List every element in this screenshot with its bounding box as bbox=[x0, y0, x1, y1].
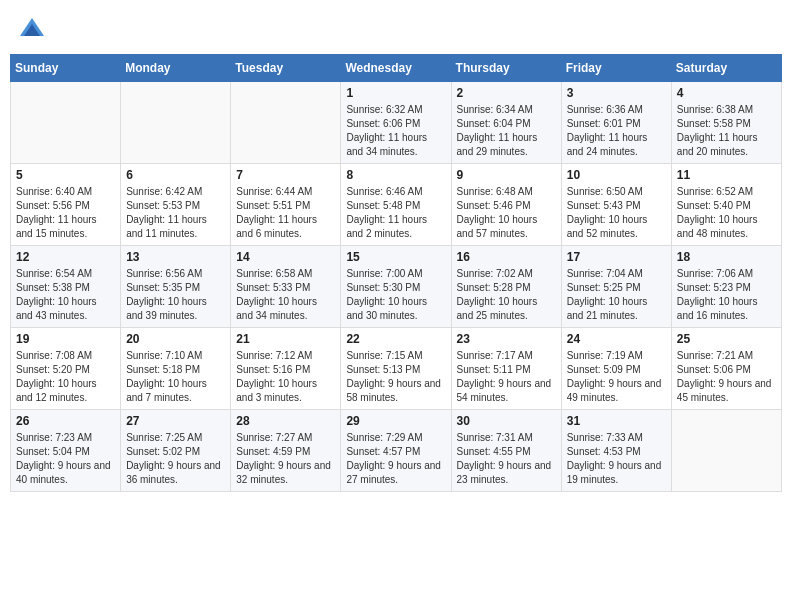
calendar-cell: 7Sunrise: 6:44 AM Sunset: 5:51 PM Daylig… bbox=[231, 164, 341, 246]
calendar-cell: 21Sunrise: 7:12 AM Sunset: 5:16 PM Dayli… bbox=[231, 328, 341, 410]
day-number: 26 bbox=[16, 414, 115, 428]
day-info: Sunrise: 6:42 AM Sunset: 5:53 PM Dayligh… bbox=[126, 185, 225, 241]
day-number: 20 bbox=[126, 332, 225, 346]
day-info: Sunrise: 7:15 AM Sunset: 5:13 PM Dayligh… bbox=[346, 349, 445, 405]
day-info: Sunrise: 6:58 AM Sunset: 5:33 PM Dayligh… bbox=[236, 267, 335, 323]
calendar-cell: 22Sunrise: 7:15 AM Sunset: 5:13 PM Dayli… bbox=[341, 328, 451, 410]
day-info: Sunrise: 7:19 AM Sunset: 5:09 PM Dayligh… bbox=[567, 349, 666, 405]
day-number: 17 bbox=[567, 250, 666, 264]
calendar-cell: 20Sunrise: 7:10 AM Sunset: 5:18 PM Dayli… bbox=[121, 328, 231, 410]
calendar-header: SundayMondayTuesdayWednesdayThursdayFrid… bbox=[11, 55, 782, 82]
day-info: Sunrise: 7:06 AM Sunset: 5:23 PM Dayligh… bbox=[677, 267, 776, 323]
day-number: 10 bbox=[567, 168, 666, 182]
calendar-cell: 2Sunrise: 6:34 AM Sunset: 6:04 PM Daylig… bbox=[451, 82, 561, 164]
day-number: 29 bbox=[346, 414, 445, 428]
week-row-3: 12Sunrise: 6:54 AM Sunset: 5:38 PM Dayli… bbox=[11, 246, 782, 328]
calendar-cell: 19Sunrise: 7:08 AM Sunset: 5:20 PM Dayli… bbox=[11, 328, 121, 410]
day-number: 18 bbox=[677, 250, 776, 264]
calendar-cell: 6Sunrise: 6:42 AM Sunset: 5:53 PM Daylig… bbox=[121, 164, 231, 246]
day-info: Sunrise: 6:38 AM Sunset: 5:58 PM Dayligh… bbox=[677, 103, 776, 159]
header-day-friday: Friday bbox=[561, 55, 671, 82]
day-info: Sunrise: 6:50 AM Sunset: 5:43 PM Dayligh… bbox=[567, 185, 666, 241]
calendar-cell: 16Sunrise: 7:02 AM Sunset: 5:28 PM Dayli… bbox=[451, 246, 561, 328]
calendar-cell: 5Sunrise: 6:40 AM Sunset: 5:56 PM Daylig… bbox=[11, 164, 121, 246]
day-number: 21 bbox=[236, 332, 335, 346]
day-info: Sunrise: 7:25 AM Sunset: 5:02 PM Dayligh… bbox=[126, 431, 225, 487]
day-number: 27 bbox=[126, 414, 225, 428]
calendar-cell: 13Sunrise: 6:56 AM Sunset: 5:35 PM Dayli… bbox=[121, 246, 231, 328]
day-number: 8 bbox=[346, 168, 445, 182]
calendar-cell: 31Sunrise: 7:33 AM Sunset: 4:53 PM Dayli… bbox=[561, 410, 671, 492]
day-number: 13 bbox=[126, 250, 225, 264]
week-row-1: 1Sunrise: 6:32 AM Sunset: 6:06 PM Daylig… bbox=[11, 82, 782, 164]
day-info: Sunrise: 7:12 AM Sunset: 5:16 PM Dayligh… bbox=[236, 349, 335, 405]
logo-icon bbox=[18, 14, 46, 42]
calendar-cell: 1Sunrise: 6:32 AM Sunset: 6:06 PM Daylig… bbox=[341, 82, 451, 164]
calendar-cell: 24Sunrise: 7:19 AM Sunset: 5:09 PM Dayli… bbox=[561, 328, 671, 410]
day-info: Sunrise: 7:23 AM Sunset: 5:04 PM Dayligh… bbox=[16, 431, 115, 487]
header-day-wednesday: Wednesday bbox=[341, 55, 451, 82]
header-row: SundayMondayTuesdayWednesdayThursdayFrid… bbox=[11, 55, 782, 82]
day-info: Sunrise: 7:10 AM Sunset: 5:18 PM Dayligh… bbox=[126, 349, 225, 405]
day-info: Sunrise: 7:02 AM Sunset: 5:28 PM Dayligh… bbox=[457, 267, 556, 323]
day-number: 4 bbox=[677, 86, 776, 100]
calendar-cell: 15Sunrise: 7:00 AM Sunset: 5:30 PM Dayli… bbox=[341, 246, 451, 328]
calendar-cell: 11Sunrise: 6:52 AM Sunset: 5:40 PM Dayli… bbox=[671, 164, 781, 246]
day-info: Sunrise: 7:21 AM Sunset: 5:06 PM Dayligh… bbox=[677, 349, 776, 405]
calendar-cell bbox=[121, 82, 231, 164]
week-row-4: 19Sunrise: 7:08 AM Sunset: 5:20 PM Dayli… bbox=[11, 328, 782, 410]
calendar-cell: 29Sunrise: 7:29 AM Sunset: 4:57 PM Dayli… bbox=[341, 410, 451, 492]
calendar-cell: 23Sunrise: 7:17 AM Sunset: 5:11 PM Dayli… bbox=[451, 328, 561, 410]
day-number: 25 bbox=[677, 332, 776, 346]
calendar-cell: 9Sunrise: 6:48 AM Sunset: 5:46 PM Daylig… bbox=[451, 164, 561, 246]
day-info: Sunrise: 7:31 AM Sunset: 4:55 PM Dayligh… bbox=[457, 431, 556, 487]
calendar-cell: 27Sunrise: 7:25 AM Sunset: 5:02 PM Dayli… bbox=[121, 410, 231, 492]
day-number: 24 bbox=[567, 332, 666, 346]
header-day-sunday: Sunday bbox=[11, 55, 121, 82]
day-info: Sunrise: 7:27 AM Sunset: 4:59 PM Dayligh… bbox=[236, 431, 335, 487]
day-info: Sunrise: 7:08 AM Sunset: 5:20 PM Dayligh… bbox=[16, 349, 115, 405]
day-info: Sunrise: 6:56 AM Sunset: 5:35 PM Dayligh… bbox=[126, 267, 225, 323]
day-number: 9 bbox=[457, 168, 556, 182]
day-info: Sunrise: 6:34 AM Sunset: 6:04 PM Dayligh… bbox=[457, 103, 556, 159]
day-number: 3 bbox=[567, 86, 666, 100]
calendar-cell: 25Sunrise: 7:21 AM Sunset: 5:06 PM Dayli… bbox=[671, 328, 781, 410]
day-info: Sunrise: 6:48 AM Sunset: 5:46 PM Dayligh… bbox=[457, 185, 556, 241]
calendar-cell bbox=[11, 82, 121, 164]
header-day-saturday: Saturday bbox=[671, 55, 781, 82]
day-info: Sunrise: 6:54 AM Sunset: 5:38 PM Dayligh… bbox=[16, 267, 115, 323]
calendar-cell: 18Sunrise: 7:06 AM Sunset: 5:23 PM Dayli… bbox=[671, 246, 781, 328]
calendar-cell: 26Sunrise: 7:23 AM Sunset: 5:04 PM Dayli… bbox=[11, 410, 121, 492]
day-info: Sunrise: 7:33 AM Sunset: 4:53 PM Dayligh… bbox=[567, 431, 666, 487]
day-info: Sunrise: 6:32 AM Sunset: 6:06 PM Dayligh… bbox=[346, 103, 445, 159]
day-number: 14 bbox=[236, 250, 335, 264]
logo bbox=[18, 14, 50, 42]
day-number: 2 bbox=[457, 86, 556, 100]
day-info: Sunrise: 6:44 AM Sunset: 5:51 PM Dayligh… bbox=[236, 185, 335, 241]
day-info: Sunrise: 7:17 AM Sunset: 5:11 PM Dayligh… bbox=[457, 349, 556, 405]
calendar-cell: 4Sunrise: 6:38 AM Sunset: 5:58 PM Daylig… bbox=[671, 82, 781, 164]
day-number: 28 bbox=[236, 414, 335, 428]
calendar-cell bbox=[231, 82, 341, 164]
calendar-cell: 8Sunrise: 6:46 AM Sunset: 5:48 PM Daylig… bbox=[341, 164, 451, 246]
day-info: Sunrise: 6:40 AM Sunset: 5:56 PM Dayligh… bbox=[16, 185, 115, 241]
day-number: 5 bbox=[16, 168, 115, 182]
day-info: Sunrise: 7:04 AM Sunset: 5:25 PM Dayligh… bbox=[567, 267, 666, 323]
calendar-cell: 12Sunrise: 6:54 AM Sunset: 5:38 PM Dayli… bbox=[11, 246, 121, 328]
day-info: Sunrise: 7:00 AM Sunset: 5:30 PM Dayligh… bbox=[346, 267, 445, 323]
calendar-cell: 17Sunrise: 7:04 AM Sunset: 5:25 PM Dayli… bbox=[561, 246, 671, 328]
week-row-5: 26Sunrise: 7:23 AM Sunset: 5:04 PM Dayli… bbox=[11, 410, 782, 492]
day-number: 15 bbox=[346, 250, 445, 264]
day-number: 6 bbox=[126, 168, 225, 182]
day-number: 23 bbox=[457, 332, 556, 346]
calendar-cell: 30Sunrise: 7:31 AM Sunset: 4:55 PM Dayli… bbox=[451, 410, 561, 492]
day-number: 1 bbox=[346, 86, 445, 100]
page-header bbox=[10, 10, 782, 46]
calendar-cell: 10Sunrise: 6:50 AM Sunset: 5:43 PM Dayli… bbox=[561, 164, 671, 246]
header-day-monday: Monday bbox=[121, 55, 231, 82]
calendar-cell: 3Sunrise: 6:36 AM Sunset: 6:01 PM Daylig… bbox=[561, 82, 671, 164]
day-number: 30 bbox=[457, 414, 556, 428]
day-number: 7 bbox=[236, 168, 335, 182]
day-info: Sunrise: 6:36 AM Sunset: 6:01 PM Dayligh… bbox=[567, 103, 666, 159]
calendar-table: SundayMondayTuesdayWednesdayThursdayFrid… bbox=[10, 54, 782, 492]
